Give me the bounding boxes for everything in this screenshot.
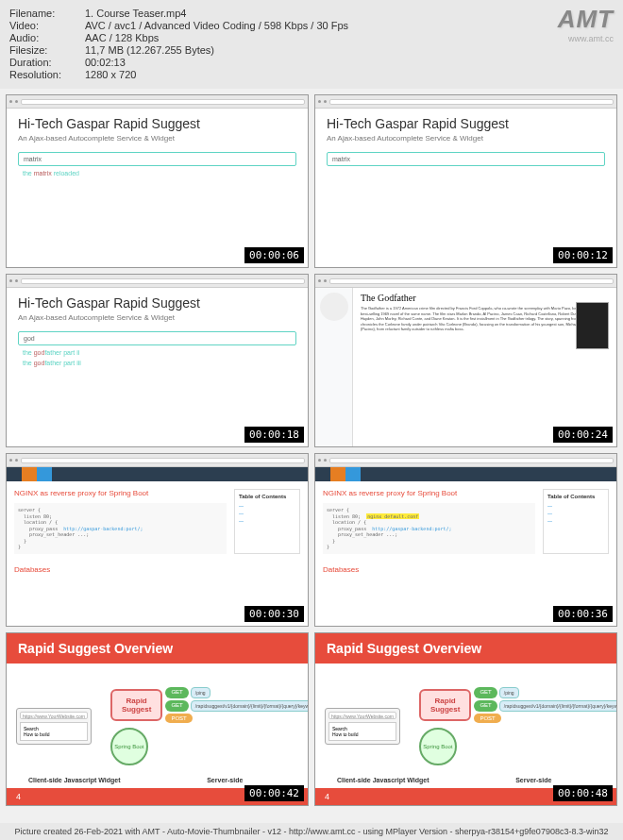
wiki-article-text: The Godfather is a 1972 American crime f… [361, 306, 609, 332]
filesize-value: 11,7 MB (12.267.255 Bytes) [85, 44, 214, 56]
docs-navbar [315, 467, 616, 481]
code-block: server { listen 80; nginx default.conf l… [323, 503, 535, 554]
slide-header: Rapid Suggest Overview [315, 633, 616, 664]
filesize-label: Filesize: [9, 44, 85, 56]
timestamp: 00:00:30 [244, 606, 304, 622]
suggestion-item: the godfather part iii [18, 358, 296, 368]
spring-boot-icon: Spring Boot [110, 728, 148, 765]
slide-server-diagram: Rapid Suggest GET /ping GET /rapidsugges… [110, 687, 309, 765]
wikipedia-logo-icon [320, 293, 348, 321]
docs-section-heading: Databases [7, 562, 308, 578]
app-subtitle: An Ajax-based Autocomplete Service & Wid… [327, 134, 605, 143]
search-mockup: Search How to build [20, 722, 88, 741]
toc-item: — [547, 502, 604, 510]
app-title: Hi-Tech Gaspar Rapid Suggest [327, 116, 605, 131]
resolution-label: Resolution: [9, 69, 85, 80]
audio-value: AAC / 128 Kbps [85, 32, 159, 43]
slide-body: https://www.YourWebsite.com Search How t… [7, 664, 308, 788]
get-badge: GET [474, 700, 497, 712]
nav-item [315, 467, 330, 481]
get-badge: GET [474, 687, 497, 698]
filename-value: 1. Course Teaser.mp4 [85, 8, 186, 19]
search-input: god [18, 331, 296, 345]
slide-browser-mockup: https://www.YourWebsite.com Search How t… [325, 708, 400, 745]
video-label: Video: [9, 20, 85, 31]
slide-browser-mockup: https://www.YourWebsite.com Search How t… [16, 708, 92, 745]
server-side-label: Server-side [143, 777, 308, 783]
search-input: matrix [18, 152, 296, 166]
filename-label: Filename: [9, 8, 85, 19]
endpoint-main: /rapidsuggest/v1/{domain}/{limit}/{forma… [499, 700, 617, 712]
endpoint-ping: /ping [499, 687, 519, 698]
duration-label: Duration: [9, 57, 85, 68]
nav-item [7, 467, 22, 481]
page-number: 4 [16, 792, 21, 801]
server-side-label: Server-side [451, 777, 616, 783]
docs-heading: NGINX as reverse proxy for Spring Boot [14, 489, 227, 497]
docs-heading: NGINX as reverse proxy for Spring Boot [323, 489, 535, 497]
endpoint-main: /rapidsuggest/v1/{domain}/{limit}/{forma… [191, 700, 309, 712]
slide-title: Rapid Suggest Overview [18, 641, 296, 656]
footer-text: Picture created 26-Feb-2021 with AMT - A… [0, 823, 623, 840]
search-input: matrix [327, 152, 605, 166]
toc-title: Table of Contents [239, 494, 295, 499]
browser-chrome [7, 95, 308, 109]
browser-chrome [7, 275, 308, 288]
video-value: AVC / avc1 / Advanced Video Coding / 598… [85, 20, 348, 31]
thumbnail-6: NGINX as reverse proxy for Spring Boot s… [314, 453, 617, 627]
rapid-suggest-box: Rapid Suggest [419, 689, 472, 721]
wiki-sidebar [315, 288, 353, 446]
timestamp: 00:00:12 [553, 247, 613, 263]
page-number: 4 [325, 792, 329, 801]
slide-server-diagram: Rapid Suggest GET /ping GET /rapidsugges… [419, 687, 617, 765]
browser-chrome [315, 275, 616, 288]
thumbnail-5: NGINX as reverse proxy for Spring Boot s… [6, 453, 309, 627]
thumbnail-grid: Hi-Tech Gaspar Rapid Suggest An Ajax-bas… [0, 89, 623, 812]
url-bar: https://www.YourWebsite.com [328, 712, 396, 719]
app-title: Hi-Tech Gaspar Rapid Suggest [18, 116, 296, 131]
wiki-article-title: The Godfather [361, 293, 609, 303]
thumbnail-4: The Godfather The Godfather is a 1972 Am… [314, 274, 617, 447]
app-subtitle: An Ajax-based Autocomplete Service & Wid… [18, 313, 296, 322]
thumbnail-1: Hi-Tech Gaspar Rapid Suggest An Ajax-bas… [6, 94, 309, 268]
timestamp: 00:00:24 [553, 427, 613, 443]
post-badge: POST [165, 714, 192, 723]
thumbnail-7: Rapid Suggest Overview https://www.YourW… [6, 632, 309, 806]
logo-url: www.amt.cc [558, 34, 614, 43]
code-block: server { listen 80; location / { proxy_p… [14, 503, 227, 554]
get-badge: GET [165, 687, 188, 698]
audio-label: Audio: [9, 32, 85, 43]
timestamp: 00:00:18 [244, 427, 304, 443]
nav-item-active [22, 467, 37, 481]
timestamp: 00:00:06 [244, 247, 304, 263]
timestamp: 00:00:42 [244, 785, 304, 801]
get-badge: GET [165, 700, 188, 712]
toc-item: — [239, 517, 295, 525]
resolution-value: 1280 x 720 [85, 69, 136, 80]
thumbnail-8: Rapid Suggest Overview https://www.YourW… [314, 632, 617, 806]
thumbnail-2: Hi-Tech Gaspar Rapid Suggest An Ajax-bas… [314, 94, 617, 268]
thumbnail-3: Hi-Tech Gaspar Rapid Suggest An Ajax-bas… [6, 274, 309, 447]
nav-item [37, 467, 52, 481]
browser-chrome [7, 454, 308, 467]
slide-title: Rapid Suggest Overview [327, 641, 605, 656]
search-mockup: Search How to build [328, 722, 396, 741]
toc-item: — [239, 510, 295, 517]
browser-chrome [315, 95, 616, 109]
client-side-label: Client-side Javascript Widget [315, 777, 451, 783]
docs-section-heading: Databases [315, 562, 616, 578]
slide-header: Rapid Suggest Overview [7, 633, 308, 664]
table-of-contents: Table of Contents — — — [543, 489, 609, 554]
toc-title: Table of Contents [547, 494, 604, 499]
app-title: Hi-Tech Gaspar Rapid Suggest [18, 295, 296, 311]
movie-poster-image [576, 302, 609, 349]
client-side-label: Client-side Javascript Widget [7, 777, 143, 783]
url-bar: https://www.YourWebsite.com [20, 712, 88, 719]
slide-body: https://www.YourWebsite.com Search How t… [315, 664, 616, 788]
timestamp: 00:00:36 [553, 606, 613, 622]
logo-text: AMT [558, 5, 614, 34]
suggestion-item: the godfather part ii [18, 347, 296, 358]
app-subtitle: An Ajax-based Autocomplete Service & Wid… [18, 134, 296, 143]
rapid-suggest-box: Rapid Suggest [110, 689, 163, 721]
spring-boot-icon: Spring Boot [419, 728, 457, 765]
